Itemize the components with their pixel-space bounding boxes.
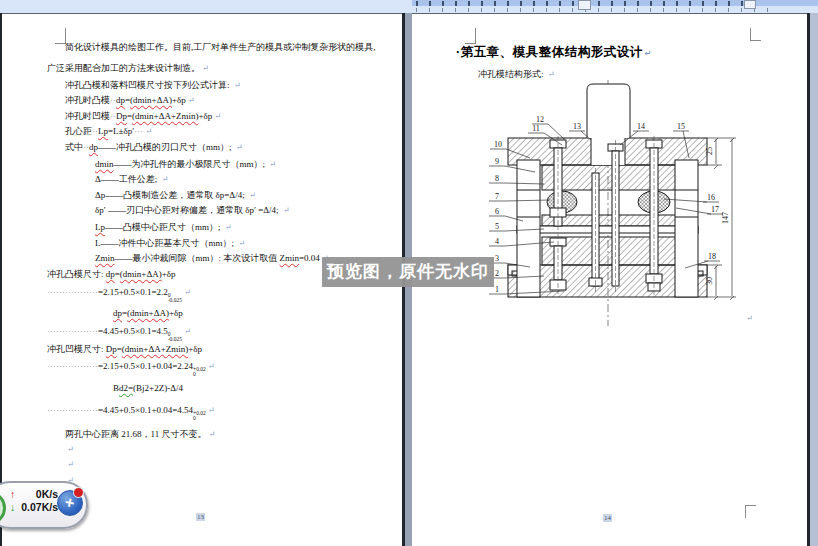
text-segment: Dp [106, 344, 117, 354]
text-segment: =4.45+0.5×0.1=4.5 [98, 326, 168, 336]
chapter-title: ·第五章、模具整体结构形式设计↵ [456, 44, 652, 61]
text-segment: ——最小冲裁间隙（mm）: 本次设计取值 [115, 253, 280, 263]
text-line: ↵ [65, 442, 392, 457]
diagram-label: 9 [495, 157, 499, 166]
paragraph-mark: ↵ [234, 81, 241, 90]
diagram-label: 13 [573, 122, 581, 131]
net-speed-widget[interactable]: ↑ 0K/s ↓ 0.07K/s + [0, 481, 88, 529]
text-segment: +δp [169, 308, 183, 318]
diagram-label: 8 [495, 174, 499, 183]
horizontal-ruler[interactable] [412, 0, 818, 13]
text-line: dp=(dmin+ΔA)+δp [113, 306, 392, 321]
text-line: 冲孔凹模尺寸: Dp=(dmin+ΔA+Zmin)+δp [47, 342, 392, 357]
ruler-tick-band [412, 6, 818, 13]
text-boundary-mark [465, 28, 476, 44]
text-segment: Δ——工件公差; [95, 174, 160, 184]
text-segment: =L±δp′ [108, 126, 134, 136]
text-segment: d2= [119, 383, 133, 393]
text-segment: 冲孔凹模尺寸: [47, 344, 106, 354]
add-button[interactable]: + [57, 490, 83, 516]
text-segment: ················· [47, 361, 98, 371]
text-segment: dp [89, 142, 98, 152]
text-segment: ················· [47, 405, 98, 415]
paragraph-mark: ↵ [208, 406, 215, 415]
text-segment: dp [116, 95, 125, 105]
upload-arrow-icon: ↑ [10, 488, 15, 501]
text-segment: =2.15+0.5×0.1+0.04=2.24 [98, 361, 193, 371]
text-segment: 冲孔凸模和落料凹模尺寸按下列公式计算: [65, 80, 232, 90]
paragraph-mark: ↵ [188, 96, 195, 105]
text-line: ·················=2.15+0.5×0.1+0.04=2.24… [47, 359, 392, 374]
paragraph-mark: ↵ [238, 239, 245, 248]
paragraph-mark: ↵ [145, 127, 152, 136]
paragraph-mark: ↵ [67, 445, 74, 454]
paragraph-mark: ↵ [269, 160, 276, 169]
diagram-label: 12 [536, 115, 544, 124]
tolerance-stack: 0-0.025 [168, 293, 182, 303]
text-line: 简化设计模具的绘图工作。目前,工厂对单件生产的模具或冲制复杂形状的模具, [65, 40, 392, 55]
diagram-label: 17 [711, 205, 719, 214]
text-segment: =0.04 [299, 253, 320, 263]
paragraph-mark: ↵ [214, 112, 221, 121]
text-line: dmin——为冲孔件的最小极限尺寸（mm）; ↵ [95, 157, 392, 172]
chapter-title-text: ·第五章、模具整体结构形式设计 [456, 45, 643, 59]
notification-dot [74, 488, 83, 497]
paragraph-mark: ↵ [184, 327, 191, 336]
ruler-margin-box[interactable] [744, 0, 756, 9]
diagram-label: 30 [705, 277, 714, 285]
text-segment: Lp [95, 222, 105, 232]
text-segment: +δp [172, 95, 186, 105]
ruler-marker-box[interactable] [578, 0, 591, 10]
diagram-label: 2 [495, 269, 499, 278]
guide-post-right [675, 160, 698, 297]
text-line: Δp——凸模制造公差，通常取 δp=Δ/4; ↵ [95, 188, 392, 203]
text-line: Δ——工件公差; ↵ [95, 172, 392, 187]
watermark-banner: 预览图，原件无水印 [322, 257, 494, 287]
text-segment: 冲孔时凹模 [65, 111, 110, 121]
text-line: 广泛采用配合加工的方法来设计制造。↵ [47, 61, 392, 76]
text-segment: 广泛采用配合加工的方法来设计制造。 [47, 63, 200, 73]
text-boundary-mark [750, 28, 761, 41]
text-segment: Zmin [95, 253, 115, 263]
paragraph-mark: ↵ [184, 288, 191, 297]
text-segment: =4.45+0.5×0.1+0.04=4.54 [98, 405, 193, 415]
text-line: ·················=2.15+0.5×0.1=2.20-0.02… [47, 285, 392, 300]
text-segment: +δp [199, 111, 213, 121]
tolerance-stack: 0-0.025 [168, 332, 182, 342]
text-line: δp′ ——刃口中心距对称偏差，通常取 δp′ =Δ/4; ↵ [95, 203, 392, 218]
paragraph-mark: ↵ [208, 362, 215, 371]
paragraph-mark: ↵ [283, 206, 290, 215]
status-circle-icon [0, 491, 6, 525]
diagram-label: 14 [637, 122, 645, 131]
tolerance-stack: +0.020 [193, 367, 206, 377]
text-line: 冲孔时凹模··Dp=(dmin+ΔA+Zmin)+δp↵ [65, 109, 392, 124]
die-structure [489, 80, 736, 326]
diagram-label: 5 [495, 222, 499, 231]
diagram-label: 10 [494, 140, 502, 149]
diagram-label: 16 [707, 193, 715, 202]
diagram-label: 25 [705, 147, 714, 155]
text-line: 两孔中心距离 21.68，11 尺寸不变。↵ [65, 427, 392, 442]
text-line: 孔心距··Lp=L±δp′···↵ [65, 124, 392, 139]
die-shank [587, 84, 630, 138]
paragraph-mark: ↵ [208, 430, 215, 439]
paragraph-mark: ↵ [67, 460, 74, 469]
text-segment: Zmin [280, 253, 300, 263]
text-segment: ——为冲孔件的最小极限尺寸（mm）; [114, 159, 268, 169]
paragraph-mark: ↵ [162, 175, 169, 184]
text-line: Bd2=(Bj2+2Z)-Δ/4 [113, 381, 392, 396]
text-segment: (dmin+ΔA) [127, 308, 169, 318]
upload-row: ↑ 0K/s [10, 488, 58, 501]
text-segment: dmin [95, 159, 114, 169]
text-segment: Lp [98, 126, 108, 136]
text-segment: (dmin+ΔA+Zmin) [132, 111, 198, 121]
text-segment: +δp [162, 269, 176, 279]
speed-readout: ↑ 0K/s ↓ 0.07K/s [10, 488, 58, 514]
text-segment: dp [106, 269, 115, 279]
page-number-right: 14 [603, 514, 612, 522]
diagram-label: 4 [495, 237, 499, 246]
text-segment: (dmin+ΔA) [120, 269, 162, 279]
scrollbar-track[interactable] [810, 13, 818, 546]
text-segment: 两孔中心距离 21.68，11 尺寸不变。 [65, 429, 206, 439]
die-plate-thin [517, 226, 698, 233]
